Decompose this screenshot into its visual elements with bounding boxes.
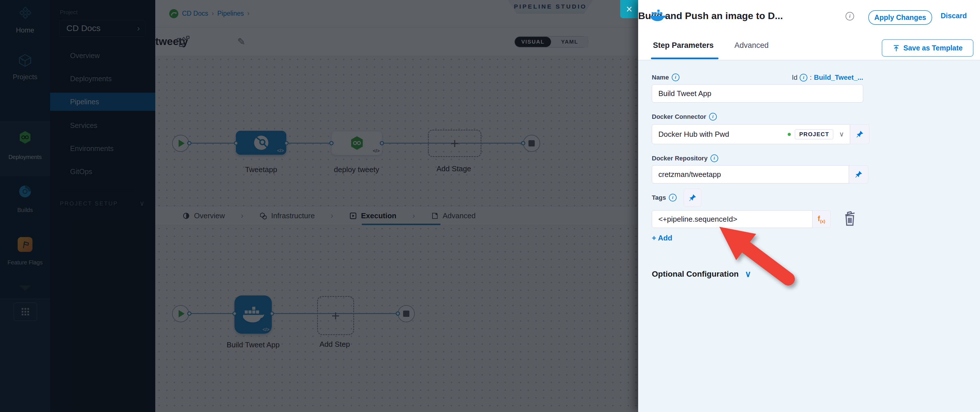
connector-pin-button[interactable] — [850, 124, 869, 144]
fx-icon: f(x) — [818, 215, 825, 224]
pin-icon — [856, 130, 864, 138]
step-id-value[interactable]: Build_Tweet_... — [814, 73, 863, 81]
tags-pin-button[interactable] — [684, 189, 702, 207]
info-icon[interactable]: i — [846, 12, 854, 21]
apply-changes-button[interactable]: Apply Changes — [868, 10, 932, 25]
add-tag-link[interactable]: + Add — [652, 234, 672, 242]
docker-connector-value: Docker Hub with Pwd — [659, 130, 729, 139]
info-icon[interactable]: i — [672, 73, 679, 81]
tags-label-row: Tags i — [652, 194, 676, 202]
scope-badge: PROJECT — [795, 129, 833, 139]
upload-template-icon — [892, 45, 900, 52]
id-separator: : — [810, 73, 811, 81]
docker-repository-input[interactable] — [652, 165, 849, 183]
trash-icon — [843, 211, 857, 227]
chevron-down-icon[interactable]: ∨ — [839, 130, 844, 138]
info-icon[interactable]: i — [709, 113, 717, 121]
connector-status-dot — [788, 133, 791, 136]
info-icon[interactable]: i — [800, 74, 807, 81]
step-id-row: Id i : Build_Tweet_... — [769, 73, 863, 81]
repository-pin-button[interactable] — [849, 165, 868, 183]
pin-icon — [689, 194, 696, 202]
docker-repository-label-row: Docker Repository i — [652, 154, 718, 162]
id-label: Id — [792, 73, 797, 81]
annotation-arrow — [716, 224, 803, 289]
docker-repository-label: Docker Repository — [652, 155, 708, 162]
step-config-drawer: Build and Push an image to D... i Apply … — [638, 0, 980, 412]
tab-step-parameters[interactable]: Step Parameters — [653, 31, 714, 59]
docker-connector-label: Docker Connector — [652, 113, 706, 121]
tab-advanced[interactable]: Advanced — [735, 31, 768, 59]
docker-whale-icon — [650, 9, 666, 23]
drawer-tab-bar: Step Parameters Advanced Save as Templat… — [638, 31, 980, 60]
info-icon[interactable]: i — [711, 154, 718, 162]
pin-icon — [855, 171, 862, 178]
discard-button[interactable]: Discard — [941, 0, 967, 31]
docker-connector-label-row: Docker Connector i — [652, 113, 717, 121]
save-as-template-button[interactable]: Save as Template — [882, 39, 974, 57]
delete-tag-button[interactable] — [843, 211, 857, 228]
save-as-template-label: Save as Template — [904, 44, 963, 52]
expression-toggle-button[interactable]: f(x) — [813, 210, 831, 228]
active-drawer-tab-underline — [651, 57, 719, 59]
drawer-header: Build and Push an image to D... i Apply … — [638, 0, 980, 32]
name-input[interactable] — [652, 84, 863, 103]
close-drawer-button[interactable]: × — [620, 0, 638, 18]
tags-label: Tags — [652, 194, 666, 202]
name-label: Name — [652, 74, 669, 81]
info-icon[interactable]: i — [669, 194, 676, 202]
docker-connector-select[interactable]: Docker Hub with Pwd PROJECT ∨ — [652, 124, 850, 144]
name-label-row: Name i — [652, 73, 679, 81]
app-root: Home Projects Deployments Builds Feature… — [0, 0, 980, 412]
modal-dim-overlay — [0, 0, 638, 412]
